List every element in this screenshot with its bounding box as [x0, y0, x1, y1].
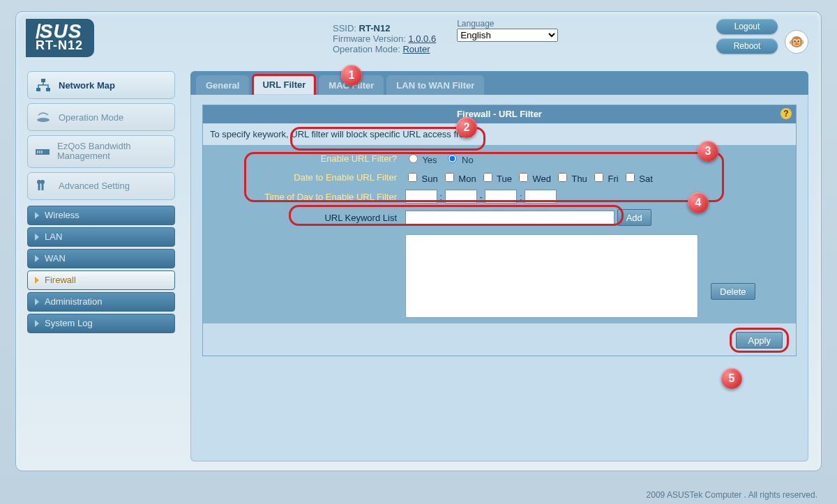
- sidebar-item-ezqos[interactable]: EzQoS Bandwidth Management: [27, 135, 175, 168]
- chevron-right-icon: [35, 234, 39, 240]
- chevron-right-icon: [35, 212, 39, 219]
- chevron-right-icon: [35, 255, 39, 262]
- language-label: Language: [457, 19, 558, 29]
- sidebar-item-label: Wireless: [45, 210, 80, 220]
- keyword-list[interactable]: [405, 234, 698, 318]
- sidebar-item-label: Firewall: [45, 275, 76, 285]
- device-model: RT-N12: [36, 38, 83, 53]
- apply-button[interactable]: Apply: [736, 332, 783, 349]
- sidebar: Network Map Operation Mode EzQoS Bandwid…: [27, 71, 175, 461]
- delete-button[interactable]: Delete: [711, 283, 755, 300]
- footer-text: 2009 ASUSTek Computer . All rights reser…: [647, 490, 817, 500]
- svg-rect-6: [39, 151, 40, 153]
- panel-description: To specify keywork, URL filter will bloc…: [203, 123, 796, 145]
- sidebar-item-advanced[interactable]: Advanced Setting: [27, 172, 175, 200]
- firmware-link[interactable]: 1.0.0.6: [408, 33, 436, 44]
- date-label: Date to Enable URL Filter: [206, 168, 401, 187]
- sidebar-item-firewall[interactable]: Firewall: [27, 270, 175, 290]
- sidebar-item-system-log[interactable]: System Log: [27, 314, 175, 333]
- keyword-input[interactable]: [405, 211, 614, 224]
- sidebar-item-label: WAN: [45, 253, 66, 264]
- sidebar-item-label: Network Map: [59, 80, 115, 91]
- header: SUS RT-N12 SSID: RT-N12 Firmware Version…: [16, 12, 821, 71]
- tab-mac-filter[interactable]: MAC Filter: [319, 75, 384, 95]
- svg-rect-1: [36, 88, 40, 91]
- keyword-label: URL Keyword List: [206, 206, 401, 229]
- svg-point-3: [37, 118, 50, 122]
- svg-point-9: [40, 180, 45, 184]
- chevron-right-icon: [35, 277, 39, 284]
- sidebar-item-wireless[interactable]: Wireless: [27, 206, 175, 225]
- day-thu[interactable]: Thu: [555, 174, 587, 184]
- tab-lan-to-wan-filter[interactable]: LAN to WAN Filter: [386, 75, 484, 95]
- tab-url-filter[interactable]: URL Filter: [252, 74, 316, 95]
- day-sat[interactable]: Sat: [623, 174, 653, 184]
- main-panel: GeneralURL FilterMAC FilterLAN to WAN Fi…: [190, 71, 808, 461]
- day-wed[interactable]: Wed: [516, 174, 551, 184]
- router-icon: [35, 109, 52, 125]
- tab-general[interactable]: General: [196, 75, 249, 95]
- svg-rect-0: [41, 79, 45, 82]
- time-from-h[interactable]: [405, 190, 437, 204]
- day-fri[interactable]: Fri: [591, 174, 619, 184]
- chevron-right-icon: [35, 298, 39, 305]
- panel-title: Firewall - URL Filter ?: [203, 105, 796, 123]
- time-label: Time of Day to Enable URL Filter: [206, 187, 401, 206]
- logout-button[interactable]: Logout: [716, 19, 778, 34]
- add-button[interactable]: Add: [617, 209, 651, 226]
- svg-rect-7: [41, 151, 43, 153]
- avatar-icon: 🐵: [785, 30, 808, 54]
- day-tue[interactable]: Tue: [481, 174, 512, 184]
- sidebar-item-label: System Log: [45, 318, 93, 328]
- sidebar-item-label: LAN: [45, 231, 62, 242]
- help-icon[interactable]: ?: [781, 108, 792, 119]
- day-mon[interactable]: Mon: [442, 174, 476, 184]
- svg-rect-5: [37, 151, 38, 153]
- enable-no[interactable]: No: [444, 155, 473, 165]
- sidebar-item-lan[interactable]: LAN: [27, 227, 175, 247]
- bandwidth-icon: [35, 144, 50, 159]
- network-icon: [35, 77, 52, 93]
- tools-icon: [35, 178, 52, 194]
- time-to-h[interactable]: [485, 190, 517, 204]
- day-sun[interactable]: Sun: [405, 174, 438, 184]
- sidebar-item-label: Operation Mode: [59, 112, 123, 123]
- sidebar-item-label: Administration: [45, 296, 102, 307]
- time-to-m[interactable]: [525, 190, 557, 204]
- time-inputs: : - :: [401, 187, 793, 206]
- opmode-link[interactable]: Router: [402, 44, 430, 54]
- enable-label: Enable URL Filter?: [206, 149, 401, 168]
- tab-bar: GeneralURL FilterMAC FilterLAN to WAN Fi…: [190, 71, 808, 95]
- sidebar-item-label: Advanced Setting: [59, 181, 130, 191]
- reboot-button[interactable]: Reboot: [716, 38, 778, 54]
- sidebar-item-administration[interactable]: Administration: [27, 292, 175, 312]
- sidebar-item-operation-mode[interactable]: Operation Mode: [27, 103, 175, 131]
- sidebar-item-network-map[interactable]: Network Map: [27, 71, 175, 99]
- language-select[interactable]: English: [457, 29, 558, 42]
- chevron-right-icon: [35, 320, 39, 327]
- enable-yes[interactable]: Yes: [405, 155, 437, 165]
- callout-5: 5: [721, 368, 742, 389]
- sidebar-item-label: EzQoS Bandwidth Management: [57, 142, 167, 162]
- svg-rect-2: [46, 88, 50, 91]
- sidebar-item-wan[interactable]: WAN: [27, 249, 175, 268]
- system-info: SSID: RT-N12 Firmware Version: 1.0.0.6 O…: [333, 19, 436, 54]
- time-from-m[interactable]: [445, 190, 477, 204]
- content-area: Firewall - URL Filter ? To specify keywo…: [190, 95, 808, 461]
